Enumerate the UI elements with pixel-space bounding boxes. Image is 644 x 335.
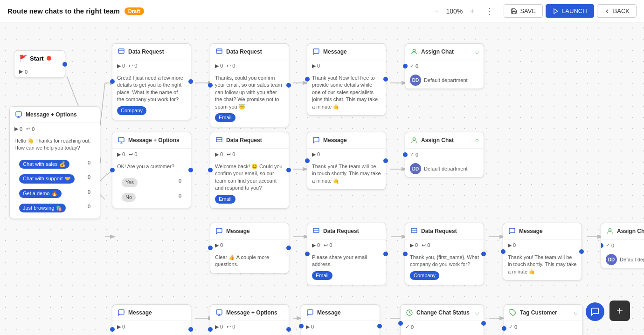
zoom-in-button[interactable]: + (466, 6, 478, 17)
node-title: Message (226, 228, 250, 234)
node-header: Tag Customer ○ (504, 305, 582, 321)
zoom-out-button[interactable]: − (431, 6, 442, 17)
node-body: Welcome back! 😊 Could you confirm your e… (210, 160, 289, 208)
node-title: Message + Options (128, 137, 180, 144)
option-no: No (122, 193, 136, 202)
msg-options-node-2[interactable]: Message + Options ▶ 0 ↩ 0 OK! Are you a … (112, 132, 191, 208)
data-request-node-5[interactable]: Data Request ▶ 0 ↩ 0 Thank you, {first_n… (405, 223, 484, 285)
message-node-1[interactable]: Message ▶ 0 Thank you! Now feel free to … (307, 43, 386, 116)
message-options-icon (117, 136, 125, 144)
node-header: Message + Options (210, 305, 289, 321)
assign-dept: DD Default department (405, 160, 484, 177)
save-label: SAVE (520, 7, 536, 14)
data-request-node-2[interactable]: Data Request ▶ 0 ↩ 0 Thanks, could you c… (210, 43, 289, 127)
node-header: Message (210, 223, 289, 239)
node-counters: ▶ 0 (503, 239, 582, 251)
back-button[interactable]: BACK (597, 4, 637, 18)
message-icon (508, 227, 516, 235)
node-header: Message (307, 132, 386, 149)
node-title: Message (128, 309, 152, 316)
node-body: Thank you! Now feel free to provide some… (307, 72, 386, 115)
msg-options-node-3[interactable]: Message + Options ▶ 0 ↩ 0 Can I help you… (210, 304, 289, 335)
node-header: Data Request (112, 44, 191, 60)
msg-options-node-1[interactable]: Message + Options ▶0 ↩0 Hello 👋 Thanks f… (9, 106, 100, 219)
node-header: Data Request (405, 223, 484, 239)
node-counters: ✓ 0 (405, 60, 484, 72)
start-node[interactable]: 🚩 Start ▶ 0 (14, 50, 65, 78)
status-circle: ○ (475, 137, 479, 144)
assign-chat-node-2[interactable]: Assign Chat ○ ✓ 0 DD Default department (405, 132, 484, 178)
data-request-node-3[interactable]: Data Request ▶ 0 ↩ 0 Welcome back! 😊 Cou… (210, 132, 289, 209)
option-row: Chat with support 🤝 0 (14, 170, 95, 185)
add-node-button[interactable]: + (609, 301, 630, 321)
message-node-2[interactable]: Message ▶ 0 Thank you! The team will be … (307, 132, 386, 190)
node-status: Closed (401, 333, 484, 335)
message-node-6[interactable]: Message ▶ 0 Ok. Have a good one 😊 (301, 304, 380, 335)
message-node-5[interactable]: Message ▶ 0 That's cool. Feel free to bo… (112, 304, 191, 335)
node-counters: ▶ 0 ↩ 0 (210, 321, 289, 333)
more-options-button[interactable]: ⋮ (485, 6, 493, 16)
node-title: Tag Customer (520, 309, 557, 316)
message-node-3[interactable]: Message ▶ 0 Clear 👍 A couple more questi… (210, 223, 289, 273)
data-request-icon (410, 227, 418, 235)
input-dot (501, 249, 506, 254)
node-body: Can I help you with anything else? (210, 333, 289, 335)
node-body: DEMO (504, 333, 582, 335)
save-button[interactable]: SAVE (504, 4, 543, 18)
dept-avatar: DD (606, 254, 617, 265)
node-header: Message + Options (10, 107, 100, 123)
data-request-node-4[interactable]: Data Request ▶ 0 ↩ 0 Please share your e… (307, 223, 386, 285)
output-dot (377, 324, 382, 328)
message-node-4[interactable]: Message ▶ 0 Thank you! The team will be … (503, 223, 582, 280)
change-chat-status-node[interactable]: Change Chat Status ○ ✓ 0 Closed (400, 304, 484, 335)
message-icon (215, 227, 223, 235)
svg-rect-40 (216, 310, 222, 314)
option-yes: Yes (122, 178, 138, 187)
input-dot (305, 252, 310, 256)
node-tag: Email (215, 113, 235, 122)
data-request-icon (312, 227, 320, 235)
svg-rect-26 (216, 49, 222, 53)
option-row: Get a demo 🔥 0 (14, 185, 95, 199)
node-header: Data Request (210, 132, 289, 149)
output-dot (188, 79, 193, 84)
node-header: Message (503, 223, 582, 239)
node-title: Assign Ch... (617, 228, 644, 234)
flow-canvas[interactable]: 🚩 Start ▶ 0 Message + Options ▶0 ↩0 Hell… (0, 22, 644, 335)
draft-badge: Draft (125, 7, 144, 15)
node-counters: ▶ 0 (301, 321, 380, 333)
node-body: Thanks, could you confirm your email, so… (210, 72, 289, 127)
output-dot (383, 77, 388, 82)
node-title: Message (317, 309, 341, 316)
start-live-dot (47, 56, 51, 61)
node-counters: ▶ 0 ↩ 0 (112, 60, 191, 72)
launch-button[interactable]: LAUNCH (546, 4, 594, 18)
assign-chat-node-1[interactable]: Assign Chat ○ ✓ 0 DD Default department (405, 43, 484, 89)
node-title: Message (519, 228, 543, 234)
node-body: Thank you! The team will be in touch sho… (307, 160, 386, 189)
dept-avatar: DD (410, 163, 421, 174)
input-dot (110, 79, 115, 84)
input-dot (208, 168, 213, 172)
start-counter: ▶ 0 (14, 66, 65, 77)
svg-rect-32 (216, 137, 222, 142)
message-icon (117, 308, 125, 317)
svg-line-7 (100, 176, 105, 181)
option-label: Just browsing 🛍️ (19, 204, 66, 212)
input-dot (110, 327, 115, 332)
data-request-node-1[interactable]: Data Request ▶ 0 ↩ 0 Great! I just need … (112, 43, 191, 120)
back-label: BACK (613, 7, 630, 14)
output-dot (383, 158, 388, 163)
assign-chat-node-3[interactable]: Assign Ch... ✓ 0 DD Default dep... (601, 223, 644, 268)
svg-rect-29 (118, 137, 124, 142)
chat-button[interactable] (586, 302, 604, 321)
node-counters: ✓ 0 (401, 321, 484, 333)
option-label: Chat with sales 💰 (19, 160, 69, 169)
node-header: Message + Options (112, 132, 191, 149)
tag-customer-node[interactable]: Tag Customer ○ ✓ 0 DEMO (504, 304, 583, 335)
node-header: Data Request (210, 44, 289, 60)
input-dot (208, 327, 213, 332)
assign-dept: DD Default department (405, 72, 484, 89)
svg-rect-21 (16, 112, 21, 116)
svg-line-2 (100, 83, 105, 125)
